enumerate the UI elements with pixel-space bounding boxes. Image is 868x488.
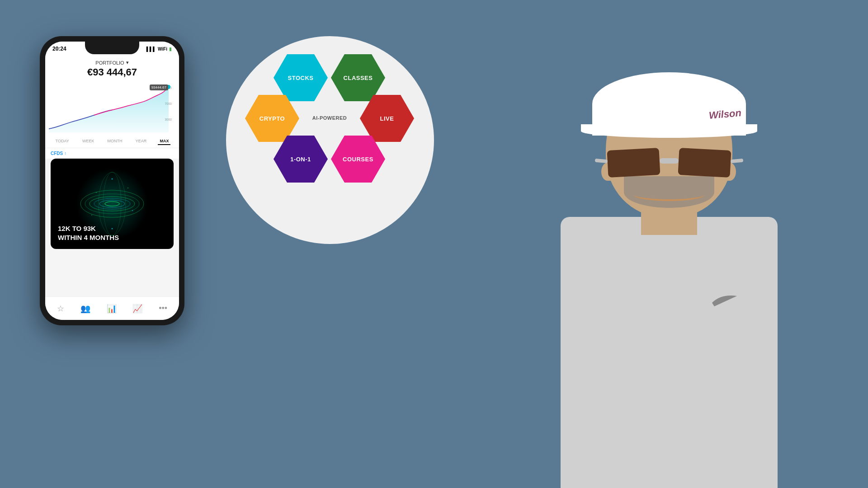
social-icon[interactable]: 👥 [80,304,90,314]
hex-live: LIVE [360,95,414,142]
tab-week[interactable]: WEEK [80,138,96,145]
more-icon[interactable]: ••• [159,304,167,313]
portfolio-value: €93 444,67 [51,66,174,78]
glasses-right-lens [678,148,731,178]
chart-tooltip: 93444.67 [150,84,168,90]
portfolio-header: PORTFOLIO ▾ €93 444,67 [45,56,179,81]
card-line2: WITHIN 4 MONTHS [58,233,119,242]
hex-ai-powered: AI-POWERED [302,95,357,142]
phone-mockup: 20:24 ▌▌▌ WiFi ▮ PORTFOLIO ▾ €93 444,67 … [40,36,184,325]
glasses-bridge [660,158,679,164]
person-shirt [561,217,778,488]
signal-icon: ▌▌▌ [146,47,156,52]
chevron-down-icon: ▾ [126,60,129,66]
chart-icon[interactable]: 📈 [132,304,142,314]
phone-frame: 20:24 ▌▌▌ WiFi ▮ PORTFOLIO ▾ €93 444,67 … [40,36,184,325]
cfds-arrow-icon: ↑ [64,151,66,156]
tab-year[interactable]: YEAR [134,138,149,145]
card-achievement-text: 12K TO 93K WITHIN 4 MONTHS [58,224,119,242]
person-cap-brim [581,124,757,138]
hex-crypto: CRYPTO [245,95,299,142]
portfolio-icon[interactable]: 📊 [107,304,117,314]
phone-screen: 20:24 ▌▌▌ WiFi ▮ PORTFOLIO ▾ €93 444,67 … [45,42,179,320]
hex-cluster: STOCKS CLASSES CRYPTO AI-POWERED LIVE 1-… [253,54,407,226]
card-line1: 12K TO 93K [58,224,119,233]
svg-point-15 [91,215,92,216]
tab-month[interactable]: MONTH [106,138,124,145]
cfds-label: CFDS ↑ [45,148,179,159]
phone-bottom-bar: ☆ 👥 📊 📈 ••• [45,296,179,320]
wilson-brand-text: Wilson [708,107,742,122]
nike-swoosh-icon [712,294,737,306]
status-time: 20:24 [52,46,66,52]
chart-fill [49,87,169,132]
svg-point-14 [132,210,133,211]
phone-notch [85,42,139,54]
person-figure: Wilson [497,54,841,488]
wifi-icon: WiFi [158,47,167,52]
hex-1on1: 1-ON-1 [274,136,328,183]
svg-point-13 [127,188,128,188]
glasses-left-lens [607,148,660,178]
hex-circle-background: STOCKS CLASSES CRYPTO AI-POWERED LIVE 1-… [226,36,434,244]
hex-courses: COURSES [331,136,385,183]
battery-icon: ▮ [169,47,172,52]
person-sunglasses [603,149,735,181]
svg-point-12 [96,192,97,193]
chart-svg: 11000 7000 3000 [49,83,175,135]
portfolio-chart: 93444.67 11000 7000 3000 [45,81,179,135]
tab-today[interactable]: TODAY [54,138,71,145]
tab-max[interactable]: MAX [158,138,170,145]
hex-classes: CLASSES [331,54,385,101]
portfolio-label: PORTFOLIO ▾ [51,60,174,66]
time-tabs: TODAY WEEK MONTH YEAR MAX [45,135,179,148]
hex-stocks: STOCKS [274,54,328,101]
watchlist-icon[interactable]: ☆ [57,304,64,314]
crypto-card: 12K TO 93K WITHIN 4 MONTHS [51,159,174,249]
svg-point-16 [112,178,113,180]
status-icons: ▌▌▌ WiFi ▮ [146,47,172,52]
